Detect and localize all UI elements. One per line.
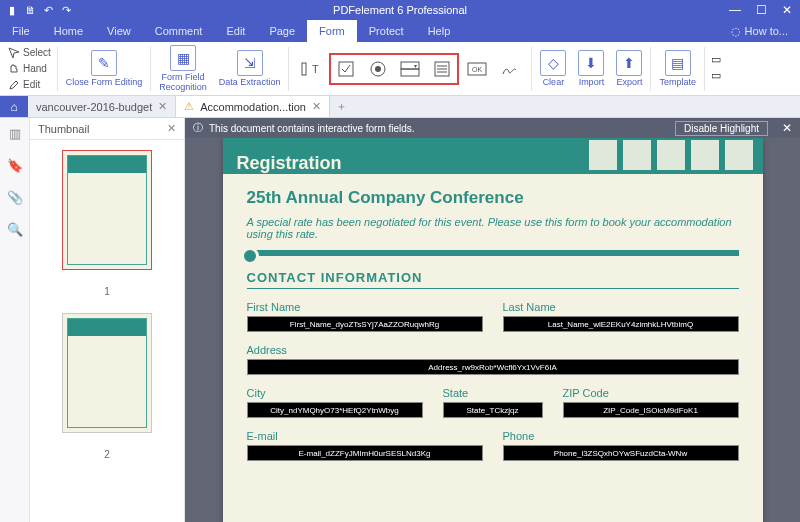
menu-protect[interactable]: Protect [357,20,416,42]
app-icon: ▮ [4,2,20,18]
banner-text: Registration [237,153,342,174]
last-name-field[interactable]: Last_Name_wlE2EKuY4zimhkLHVtbimQ [503,316,739,332]
close-infobar-button[interactable]: ✕ [782,121,792,135]
tab-label: vancouver-2016-budget [36,101,152,113]
thumbnail-label: 1 [104,286,110,297]
template-button[interactable]: ▤ Template [653,50,702,88]
first-name-label: First Name [247,301,483,313]
window-title: PDFelement 6 Professional [333,4,467,16]
tab-accommodation[interactable]: ⚠ Accommodation...tion ✕ [176,96,330,117]
info-message: This document contains interactive form … [209,123,415,134]
phone-label: Phone [503,430,739,442]
clear-button[interactable]: ◇ Clear [534,50,572,88]
data-extraction-button[interactable]: ⇲ Data Extraction [213,50,287,88]
thumbnail-panel: Thumbnail ✕ 1 2 [30,118,185,522]
form-field-recognition-button[interactable]: ▦ Form Field Recognition [153,45,213,93]
text-field-tool[interactable]: T [297,56,325,82]
address-field[interactable]: Address_rw9xRob*Wcfl6Yx1VvF6IA [247,359,739,375]
menu-comment[interactable]: Comment [143,20,215,42]
redo-icon[interactable]: ↷ [58,2,74,18]
align-tool-1[interactable]: ▭ [711,53,731,69]
last-name-label: Last Name [503,301,739,313]
main-area: ▥ 🔖 📎 🔍 Thumbnail ✕ 1 2 ⓘ This document … [0,118,800,522]
ribbon: Select Hand Edit ✎ Close Form Editing ▦ … [0,42,800,96]
align-tool-2[interactable]: ▭ [711,69,731,85]
tab-label: Accommodation...tion [200,101,306,113]
thumbnail-label: 2 [104,449,110,460]
state-field[interactable]: State_TCkzjqz [443,402,543,418]
bookmark-icon[interactable]: 🔖 [6,156,24,174]
home-tab-icon[interactable]: ⌂ [0,96,28,117]
svg-point-4 [375,66,381,72]
svg-text:T: T [312,63,319,75]
svg-rect-0 [302,63,306,75]
close-tab-icon[interactable]: ✕ [158,100,167,113]
attachment-icon[interactable]: 📎 [6,188,24,206]
svg-text:OK: OK [472,66,482,73]
edit-tool[interactable]: Edit [8,77,40,93]
add-tab-button[interactable]: ＋ [330,96,354,117]
zip-label: ZIP Code [563,387,739,399]
listbox-tool[interactable] [428,56,456,82]
email-label: E-mail [247,430,483,442]
menu-bar: File Home View Comment Edit Page Form Pr… [0,20,800,42]
highlighted-form-tools [329,53,459,85]
export-icon: ⬆ [616,50,642,76]
tab-vancouver-budget[interactable]: vancouver-2016-budget ✕ [28,96,176,117]
section-heading: CONTACT INFORMATION [247,270,739,289]
state-label: State [443,387,543,399]
new-doc-icon[interactable]: 🗎 [22,2,38,18]
close-form-icon: ✎ [91,50,117,76]
menu-page[interactable]: Page [257,20,307,42]
clear-icon: ◇ [540,50,566,76]
radio-tool[interactable] [364,56,392,82]
disable-highlight-button[interactable]: Disable Highlight [675,121,768,136]
menu-help[interactable]: Help [416,20,463,42]
button-tool[interactable]: OK [463,56,491,82]
maximize-button[interactable]: ☐ [748,0,774,20]
thumbnail-page-2[interactable] [62,313,152,433]
first-name-field[interactable]: First_Name_dyoZTsSYj7AaZZORuqwhRg [247,316,483,332]
page-banner: Registration [223,138,763,174]
close-window-button[interactable]: ✕ [774,0,800,20]
close-form-editing-button[interactable]: ✎ Close Form Editing [60,50,149,88]
pdf-page: Registration 25th Annual Company Confere… [223,138,763,522]
combobox-tool[interactable] [396,56,424,82]
select-tool[interactable]: Select [8,45,51,61]
city-field[interactable]: City_ndYMQhyO73*HEfQ2YtnWbyg [247,402,423,418]
address-label: Address [247,344,739,356]
menu-edit[interactable]: Edit [214,20,257,42]
search-icon[interactable]: 🔍 [6,220,24,238]
template-icon: ▤ [665,50,691,76]
close-tab-icon[interactable]: ✕ [312,100,321,113]
menu-home[interactable]: Home [42,20,95,42]
signature-tool[interactable] [495,56,523,82]
zip-field[interactable]: ZIP_Code_ISOicM9dFoK1 [563,402,739,418]
how-to-link[interactable]: ◌How to... [731,25,788,38]
phone-field[interactable]: Phone_l3ZSQxhOYwSFuzdCta-WNw [503,445,739,461]
email-field[interactable]: E-mail_dZZFyJMImH0urSESLNd3Kg [247,445,483,461]
info-icon: ⓘ [193,121,203,135]
doc-title: 25th Annual Company Conference [247,188,739,208]
checkbox-tool[interactable] [332,56,360,82]
document-scroll[interactable]: Registration 25th Annual Company Confere… [185,138,800,522]
svg-rect-6 [401,69,419,76]
export-button[interactable]: ⬆ Export [610,50,648,88]
import-button[interactable]: ⬇ Import [572,50,610,88]
thumbnail-page-1[interactable] [62,150,152,270]
extraction-icon: ⇲ [237,50,263,76]
hand-tool[interactable]: Hand [8,61,47,77]
menu-view[interactable]: View [95,20,143,42]
svg-rect-2 [339,62,353,76]
recognition-icon: ▦ [170,45,196,71]
menu-form[interactable]: Form [307,20,357,42]
close-thumbnail-panel[interactable]: ✕ [167,122,176,135]
doc-subtitle: A special rate has been negotiated for t… [247,216,739,240]
undo-icon[interactable]: ↶ [40,2,56,18]
menu-file[interactable]: File [0,20,42,42]
warning-icon: ⚠ [184,100,194,113]
document-tabs: ⌂ vancouver-2016-budget ✕ ⚠ Accommodatio… [0,96,800,118]
thumbnail-icon[interactable]: ▥ [6,124,24,142]
minimize-button[interactable]: — [722,0,748,20]
left-icon-strip: ▥ 🔖 📎 🔍 [0,118,30,522]
